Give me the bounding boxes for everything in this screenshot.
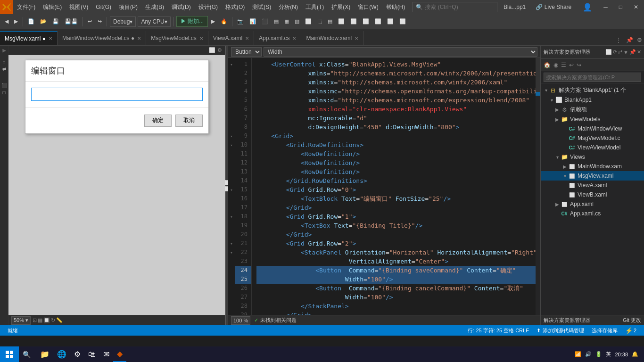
tool11-button[interactable]: ⬜ (372, 17, 384, 26)
menu-edit[interactable]: 编辑(E) (39, 0, 66, 14)
tab-mainwindowviewmodel[interactable]: MainWindowViewModel.cs ● ✕ (58, 31, 146, 45)
element-dropdown[interactable]: Button (231, 47, 262, 57)
status-selectrepo[interactable]: 选择存储库 (588, 325, 621, 336)
tree-project[interactable]: ▾ ⬜ BlankApp1 (541, 95, 644, 105)
expand-msgview[interactable]: ▾ (561, 173, 568, 179)
tree-viewb[interactable]: ⬜ ViewB.xaml (541, 190, 644, 199)
tree-mainwindow[interactable]: ▶ ⬜ MainWindow.xam (541, 162, 644, 171)
se-refresh-icon[interactable]: ⟳ (613, 49, 617, 55)
tool5-button[interactable]: ⬜ (303, 17, 314, 26)
taskbar-edge[interactable]: 🌐 (53, 346, 70, 362)
tree-deps[interactable]: ▶ ⚙ 依赖项 (541, 105, 644, 115)
sidebar-icon-5[interactable]: □ (1, 89, 6, 96)
se-close-icon[interactable]: ✕ (637, 49, 641, 55)
status-errors[interactable]: ⚡ 2 (621, 325, 640, 336)
design-toggle-icon[interactable]: ⬜ (209, 47, 215, 53)
tree-msgview[interactable]: ▾ ⬜ MsgView.xaml (541, 171, 644, 181)
tool3-button[interactable]: ▦ (282, 17, 291, 26)
new-project-button[interactable]: 📄 (25, 17, 37, 26)
open-button[interactable]: 📂 (38, 17, 49, 26)
tool8-button[interactable]: ⬜ (336, 17, 347, 26)
tray-notif[interactable]: 🔔 (630, 351, 640, 357)
user-icon[interactable]: 👤 (577, 0, 598, 14)
tool4-button[interactable]: ▧ (292, 17, 302, 26)
tool1-button[interactable]: ⬛ (259, 17, 271, 26)
sidebar-icon-2[interactable]: ↕ (2, 58, 6, 66)
menu-help[interactable]: 帮助(H) (382, 0, 409, 14)
se-sync-icon[interactable]: ⇄ (618, 49, 622, 55)
expand-deps[interactable]: ▶ (554, 107, 561, 113)
tree-views[interactable]: ▾ 📁 Views (541, 152, 644, 162)
sidebar-icon-1[interactable]: ◀ (0, 48, 8, 55)
undo-button[interactable]: ↩ (85, 17, 94, 26)
tab-close[interactable]: ✕ (199, 36, 203, 41)
design-textbox[interactable] (31, 88, 203, 101)
se-home-icon[interactable]: 🏠 (543, 61, 552, 69)
code-lines[interactable]: <UserControl x:Class="BlankApp1.Views.Ms… (252, 58, 536, 315)
tree-msgviewmodel[interactable]: C# MsgViewModel.c (541, 133, 644, 143)
redo-button[interactable]: ↪ (95, 17, 104, 26)
tab-msgviewmodel[interactable]: MsgViewModel.cs ✕ (146, 31, 208, 45)
tool13-button[interactable]: ⬜ (397, 17, 408, 26)
expand-viewmodels[interactable]: ▶ (554, 116, 561, 123)
tray-lang[interactable]: 英 (604, 351, 613, 358)
minimize-button[interactable]: ─ (598, 0, 613, 14)
tool7-button[interactable]: ▤ (325, 17, 335, 26)
design-confirm-button[interactable]: 确定 (144, 115, 172, 127)
close-button[interactable]: ✕ (628, 0, 644, 14)
se-bottom-label[interactable]: 解决方案资源管理器 (544, 317, 590, 324)
se-back-icon[interactable]: ↩ (568, 61, 575, 69)
grid-button[interactable]: ▦ (38, 317, 42, 323)
design-ruler-button[interactable]: 📏 (56, 317, 63, 323)
se-star-icon[interactable]: ☰ (560, 61, 567, 69)
se-filter-icon[interactable]: ▼ (623, 49, 628, 55)
menu-test[interactable]: 测试(S) (248, 0, 275, 14)
status-addsource[interactable]: ⬆ 添加到源代码管理 (533, 325, 588, 336)
expand-views[interactable]: ▾ (554, 154, 561, 160)
tab-viewa[interactable]: ViewA.xaml ✕ (208, 31, 254, 45)
tree-viewmodels[interactable]: ▶ 📁 ViewModels (541, 115, 644, 124)
se-nav-icon[interactable]: ◉ (553, 61, 559, 69)
tool9-button[interactable]: ⬜ (348, 17, 359, 26)
tree-viewaviewmodel[interactable]: C# ViewAViewModel (541, 143, 644, 152)
tab-close[interactable]: ✕ (355, 36, 358, 41)
run-button[interactable]: ▶ 附加... (176, 16, 208, 27)
menu-tools[interactable]: 工具(T) (302, 0, 328, 14)
fold-10[interactable]: ▾ (228, 140, 235, 149)
menu-git[interactable]: Git(G) (92, 0, 115, 14)
profiler-button[interactable]: 📊 (247, 17, 258, 26)
search-box[interactable]: 🔍 (413, 2, 497, 12)
debug-mode-dropdown[interactable]: Debug ▾ (110, 16, 136, 27)
tool2-button[interactable]: ▤ (272, 17, 281, 26)
tree-mainwindowviewmodel[interactable]: C# MainWindowView (541, 124, 644, 133)
taskbar-search[interactable]: 🔍 (19, 346, 34, 362)
fold-1[interactable]: ▾ (228, 60, 235, 69)
search-input[interactable] (425, 4, 491, 10)
tab-appxamlcs[interactable]: App.xaml.cs ✕ (254, 31, 301, 45)
expand-appxaml[interactable]: ▶ (554, 201, 561, 207)
fold-22[interactable]: ▾ (228, 248, 235, 257)
fold-18[interactable]: ▾ (228, 212, 235, 221)
tab-msgview-xaml[interactable]: MsgView.xaml ● ✕ (0, 31, 58, 45)
menu-extensions[interactable]: 扩展(X) (328, 0, 354, 14)
tab-pin[interactable]: 📌 (624, 37, 635, 45)
zoom-dropdown[interactable]: 50% ▾ (11, 316, 31, 325)
taskbar-vs[interactable]: ◆ (113, 346, 126, 362)
menu-design[interactable]: 设计(G) (195, 0, 222, 14)
se-pin-icon[interactable]: 📌 (629, 49, 636, 55)
tab-close[interactable]: ✕ (137, 36, 141, 41)
menu-format[interactable]: 格式(O) (222, 0, 248, 14)
zoom-label[interactable]: 100 % (231, 316, 250, 325)
taskbar-store[interactable]: 🛍 (84, 346, 99, 362)
member-dropdown[interactable]: Width (264, 47, 537, 57)
tray-volume[interactable]: 🔊 (583, 351, 594, 357)
minimap[interactable] (536, 58, 540, 315)
menu-analyze[interactable]: 分析(N) (275, 0, 302, 14)
tab-settings[interactable]: ⚙ (635, 37, 644, 45)
tree-viewa[interactable]: ⬜ ViewA.xaml (541, 181, 644, 190)
fit-button[interactable]: ⊡ (33, 317, 37, 323)
tray-time[interactable]: 20:38 (613, 352, 630, 357)
taskbar-mail[interactable]: ✉ (99, 346, 113, 362)
liveshare-section[interactable]: 🔗 Live Share (532, 4, 575, 10)
menu-debug[interactable]: 调试(D) (168, 0, 195, 14)
